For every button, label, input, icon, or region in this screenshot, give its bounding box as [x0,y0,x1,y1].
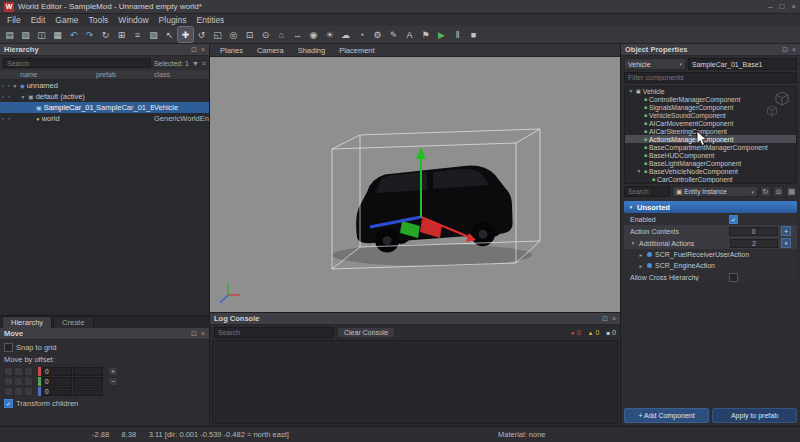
warning-counter[interactable]: ▲ 0 [588,329,600,336]
move-tool-icon[interactable]: ✚ [178,27,193,42]
snap-surface-icon[interactable]: ⊙ [258,27,273,42]
offset-pad-cell[interactable] [14,387,23,396]
pin-icon[interactable]: ⊙ [773,186,784,197]
menu-edit[interactable]: Edit [26,15,51,25]
offset-value-input[interactable]: 0 [42,377,72,386]
allow-cross-hierarchy-checkbox[interactable] [729,273,738,282]
undo-icon[interactable]: ↶ [66,27,81,42]
component-vehicle[interactable]: ▾ ▣ Vehicle [625,87,796,95]
rotate-tool-icon[interactable]: ↺ [194,27,209,42]
tab-create[interactable]: Create [53,316,94,328]
entity-name-field[interactable]: SampleCar_01_Base1 [688,58,797,70]
viewport-3d[interactable] [210,57,620,312]
menu-file[interactable]: File [2,15,26,25]
viewport-menu-planes[interactable]: Planes [214,46,249,55]
add-action-context-button[interactable]: + [781,226,791,236]
terrain-icon[interactable]: ▨ [146,27,161,42]
add-additional-action-button[interactable]: + [781,238,791,248]
hierarchy-row-default-layer[interactable]: ● ● ▾ ▣ default (active) [0,91,209,102]
tab-hierarchy[interactable]: Hierarchy [2,316,52,328]
add-component-button[interactable]: + Add Component [624,408,709,423]
dock-icon[interactable]: ⊡ [602,315,608,323]
component-filter-input[interactable] [624,72,797,83]
component-base-vehicle-node[interactable]: ▾ ■ BaseVehicleNodeComponent [625,167,796,175]
redo-icon[interactable]: ↷ [82,27,97,42]
component-actions-manager[interactable]: ■ ActionsManagerComponent [625,135,796,143]
context-dropdown[interactable]: ▣ Entity Instance ▾ [672,186,758,197]
maximize-button[interactable]: □ [779,2,784,11]
expander-icon[interactable]: ▾ [20,94,26,100]
column-name[interactable]: name [0,71,96,78]
offset-increase-button[interactable]: + [108,367,118,376]
menu-window[interactable]: Window [113,15,153,25]
action-fuel-receiver[interactable]: ▸ SCR_FuelReceiverUserAction [624,249,797,260]
column-prefab[interactable]: prefab [96,71,154,78]
layers-icon[interactable]: ≡ [130,27,145,42]
offset-pad-cell[interactable] [24,377,33,386]
offset-pad-cell[interactable] [24,387,33,396]
error-counter[interactable]: ● 0 [571,329,581,336]
new-world-icon[interactable]: ▤ [2,27,17,42]
menu-tools[interactable]: Tools [84,15,114,25]
hierarchy-search-input[interactable] [3,58,151,68]
column-class[interactable]: class [154,71,209,78]
action-engine[interactable]: ▸ SCR_EngineAction [624,260,797,271]
close-button[interactable]: × [791,2,796,11]
component-base-hud[interactable]: ■ BaseHUDComponent [625,151,796,159]
component-car-controller[interactable]: ■ CarControllerComponent [625,175,796,183]
hierarchy-row-world[interactable]: ● ● ● world GenericWorldEntity [0,113,209,124]
component-base-light-manager[interactable]: ■ BaseLightManagerComponent [625,159,796,167]
apply-to-prefab-button[interactable]: Apply to prefab [712,408,797,423]
log-output-area[interactable] [212,340,618,424]
expander-icon[interactable]: ▾ [628,88,634,94]
info-counter[interactable]: ■ 0 [606,329,616,336]
script-editor-icon[interactable]: ✎ [386,27,401,42]
clear-console-button[interactable]: Clear Console [337,327,395,338]
expander-icon[interactable]: ▾ [636,168,642,174]
expander-icon[interactable]: ▾ [630,240,636,246]
close-icon[interactable]: × [612,315,616,323]
offset-pad-cell[interactable] [14,377,23,386]
hierarchy-row-unnamed[interactable]: ● ● ▾ ◆ unnamed [0,80,209,91]
close-icon[interactable]: × [792,46,796,54]
save-all-icon[interactable]: ▦ [50,27,65,42]
expander-icon[interactable]: ▾ [12,83,18,89]
menu-game[interactable]: Game [50,15,83,25]
snap-grid-icon[interactable]: ⊡ [242,27,257,42]
sun-icon[interactable]: ☀ [322,27,337,42]
time-icon[interactable]: ◔ [354,27,369,42]
property-search-input[interactable] [624,186,670,197]
offset-value-input[interactable]: 0 [42,367,72,376]
hierarchy-menu-icon[interactable]: ≡ [202,60,206,67]
minimize-button[interactable]: – [768,2,772,11]
offset-step-input[interactable] [73,377,103,386]
section-header-unsorted[interactable]: ▾ Unsorted [624,201,797,213]
filter-icon[interactable]: ▼ [192,60,199,67]
text-tool-icon[interactable]: A [402,27,417,42]
offset-step-input[interactable] [73,367,103,376]
entity-type-dropdown[interactable]: Vehicle ▾ [624,58,686,70]
transform-children-checkbox[interactable]: ✓ [4,399,13,408]
offset-decrease-button[interactable]: − [108,377,118,386]
dock-icon[interactable]: ⊡ [191,330,197,338]
scale-tool-icon[interactable]: ◱ [210,27,225,42]
component-ai-car-steering[interactable]: ■ AICarSteeringComponent [625,127,796,135]
save-world-icon[interactable]: ◫ [34,27,49,42]
open-world-icon[interactable]: ▧ [18,27,33,42]
pivot-icon[interactable]: ◎ [226,27,241,42]
refresh-icon[interactable]: ↻ [760,186,771,197]
offset-pad-cell[interactable] [24,367,33,376]
component-base-compartment-manager[interactable]: ■ BaseCompartmentManagerComponent [625,143,796,151]
component-ai-car-movement[interactable]: ■ AICarMovementComponent [625,119,796,127]
stop-icon[interactable]: ■ [466,27,481,42]
offset-value-input[interactable]: 0 [42,387,72,396]
camera-icon[interactable]: ◉ [306,27,321,42]
world-settings-icon[interactable]: ⊞ [114,27,129,42]
measure-icon[interactable]: ↔ [290,27,305,42]
list-icon[interactable]: ▤ [786,186,797,197]
close-icon[interactable]: × [201,46,205,54]
expander-icon[interactable]: ▸ [638,263,644,269]
enabled-checkbox[interactable]: ✓ [729,215,738,224]
snap-to-grid-checkbox[interactable] [4,343,13,352]
offset-pad-cell[interactable] [4,367,13,376]
